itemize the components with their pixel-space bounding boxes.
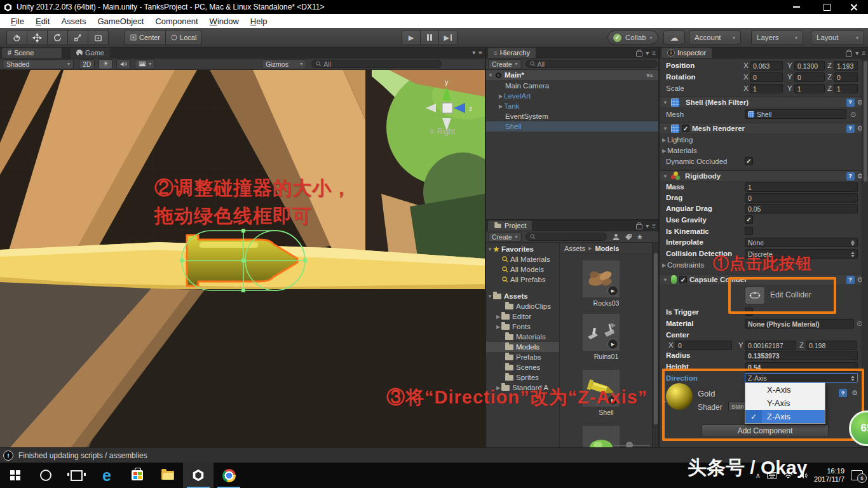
effects-dropdown[interactable]: ▾: [135, 59, 155, 69]
tab-inspector[interactable]: i Inspector: [661, 48, 712, 58]
edit-collider-button[interactable]: [745, 287, 765, 304]
unity-taskbar-button[interactable]: [183, 463, 214, 488]
panel-menu-arrow-icon[interactable]: ▾: [646, 222, 649, 229]
menu-window[interactable]: Window: [204, 17, 245, 26]
is-trigger-checkbox[interactable]: [745, 308, 753, 316]
action-center-icon[interactable]: 6: [851, 470, 863, 480]
component-enabled-checkbox[interactable]: ✓: [679, 276, 687, 283]
task-view-button[interactable]: [61, 463, 92, 488]
mass-field[interactable]: 1: [745, 182, 858, 192]
asset-label[interactable]: Rocks03: [560, 299, 653, 307]
folder-audioclips[interactable]: AudioClips: [486, 301, 559, 311]
hierarchy-item-main-camera[interactable]: Main Camera: [486, 81, 658, 91]
rotate-tool-icon[interactable]: [47, 30, 68, 45]
rect-tool-icon[interactable]: [88, 30, 109, 45]
foldout-closed-icon[interactable]: ▶: [661, 262, 667, 268]
layout-button[interactable]: Layout▾: [811, 30, 864, 44]
hierarchy-item-levelart[interactable]: ▶LevelArt: [486, 91, 658, 101]
foldout-open-icon[interactable]: ▼: [662, 277, 668, 283]
mesh-filter-header[interactable]: ▼ Shell (Mesh Filter) ? ⚙▾: [660, 97, 868, 108]
panel-menu-icon[interactable]: ≡: [652, 222, 656, 229]
asset-thumb-ruins01[interactable]: ▶: [583, 314, 620, 351]
foldout-open-icon[interactable]: ▼: [487, 72, 494, 78]
lock-icon[interactable]: [846, 51, 852, 57]
foldout-open-icon[interactable]: ▼: [662, 126, 668, 132]
collab-button[interactable]: ✓ Collab ▾: [607, 30, 658, 44]
component-enabled-checkbox[interactable]: ✓: [682, 125, 689, 132]
angular-drag-field[interactable]: 0.05: [745, 204, 858, 214]
chrome-taskbar-button[interactable]: [214, 463, 244, 488]
menu-file[interactable]: File: [5, 17, 30, 26]
material-preview-sphere[interactable]: [666, 383, 693, 410]
collab-filter-icon[interactable]: [612, 233, 620, 241]
rigidbody-header[interactable]: ▼ Rigidbody ? ⚙▾: [660, 170, 868, 182]
radius-field[interactable]: 0.1353973: [745, 351, 858, 360]
panel-menu-arrow-icon[interactable]: ▾: [472, 49, 475, 56]
capsule-collider-header[interactable]: ▼ ✓ Capsule Collider ? ⚙▾: [660, 274, 868, 285]
pivot-center-button[interactable]: Center: [125, 30, 166, 45]
foldout-open-icon[interactable]: ▼: [662, 173, 668, 179]
tab-project[interactable]: Project: [488, 220, 532, 231]
mesh-renderer-header[interactable]: ▼ ✓ Mesh Renderer ? ⚙▾: [660, 123, 868, 134]
gear-icon[interactable]: ⚙: [851, 389, 858, 397]
option-y-axis[interactable]: Y-Axis: [745, 396, 825, 410]
cortana-search-button[interactable]: [31, 463, 61, 488]
foldout-closed-icon[interactable]: ▶: [495, 314, 501, 320]
help-icon[interactable]: ?: [846, 172, 855, 180]
help-icon[interactable]: ?: [846, 98, 855, 107]
panel-menu-arrow-icon[interactable]: ▾: [855, 50, 858, 57]
project-create-button[interactable]: Create▾: [488, 232, 522, 242]
use-gravity-checkbox[interactable]: ✓: [745, 215, 753, 224]
drag-field[interactable]: 0: [745, 193, 858, 203]
asset-preview-toggle[interactable]: ▶: [607, 285, 618, 296]
project-search-input[interactable]: [526, 233, 607, 241]
option-z-axis[interactable]: ✓ Z-Axis: [745, 410, 825, 423]
slider-knob[interactable]: [626, 442, 633, 447]
rotation-y-field[interactable]: 0: [794, 72, 825, 82]
menu-gameobject[interactable]: GameObject: [92, 17, 149, 26]
scrollbar-thumb[interactable]: [654, 253, 658, 424]
lock-icon[interactable]: [636, 224, 642, 229]
folder-scenes[interactable]: Scenes: [486, 362, 559, 372]
hierarchy-item-eventsystem[interactable]: EventSystem: [486, 111, 658, 121]
panel-menu-icon[interactable]: ≡: [652, 50, 656, 57]
interpolate-dropdown[interactable]: None: [745, 238, 858, 247]
hand-tool-icon[interactable]: [6, 30, 27, 45]
favorites-filter-icon[interactable]: ★: [637, 233, 644, 241]
pause-button[interactable]: [420, 30, 439, 45]
tab-game[interactable]: Game: [71, 48, 110, 58]
scrollbar-thumb[interactable]: [864, 61, 867, 182]
foldout-open-icon[interactable]: ▼: [487, 247, 493, 252]
favorite-all-prefabs[interactable]: All Prefabs: [486, 274, 559, 285]
position-y-field[interactable]: 0.1300: [794, 61, 825, 71]
label-filter-icon[interactable]: [625, 233, 632, 241]
hierarchy-search-input[interactable]: All: [526, 60, 658, 68]
gizmos-dropdown[interactable]: Gizmos▾: [262, 59, 306, 69]
help-icon[interactable]: ?: [846, 125, 855, 133]
account-button[interactable]: Account▾: [689, 30, 741, 44]
lighting-foldout[interactable]: ▶Lighting: [660, 135, 868, 145]
object-picker-icon[interactable]: ⊙: [850, 110, 857, 119]
tab-scene[interactable]: # Scene: [2, 48, 62, 58]
folder-prefabs[interactable]: Prefabs: [486, 352, 559, 362]
folder-models[interactable]: Models: [486, 342, 559, 352]
breadcrumb-current[interactable]: Models: [595, 245, 619, 252]
center-z-field[interactable]: 0.198: [806, 341, 857, 350]
folder-fonts[interactable]: ▶Fonts: [486, 322, 559, 332]
panel-menu-arrow-icon[interactable]: ▾: [646, 50, 649, 57]
hierarchy-create-button[interactable]: Create▾: [488, 59, 522, 69]
foldout-closed-icon[interactable]: ▶: [495, 324, 501, 330]
favorite-all-models[interactable]: All Models: [486, 264, 559, 274]
favorites-root[interactable]: ▼ ★ Favorites: [486, 244, 559, 254]
panel-menu-icon[interactable]: ≡: [478, 49, 482, 56]
menu-assets[interactable]: Assets: [55, 17, 92, 26]
file-explorer-button[interactable]: [153, 463, 183, 488]
rotation-x-field[interactable]: 0: [750, 72, 783, 82]
audio-toggle[interactable]: [116, 59, 131, 69]
folder-sprites[interactable]: Sprites: [486, 372, 559, 383]
help-icon[interactable]: ?: [846, 276, 855, 284]
minimize-button[interactable]: [785, 0, 807, 14]
space-local-button[interactable]: Local: [165, 30, 202, 45]
restore-button[interactable]: [816, 0, 837, 14]
center-y-field[interactable]: 0.00162187: [745, 341, 796, 350]
